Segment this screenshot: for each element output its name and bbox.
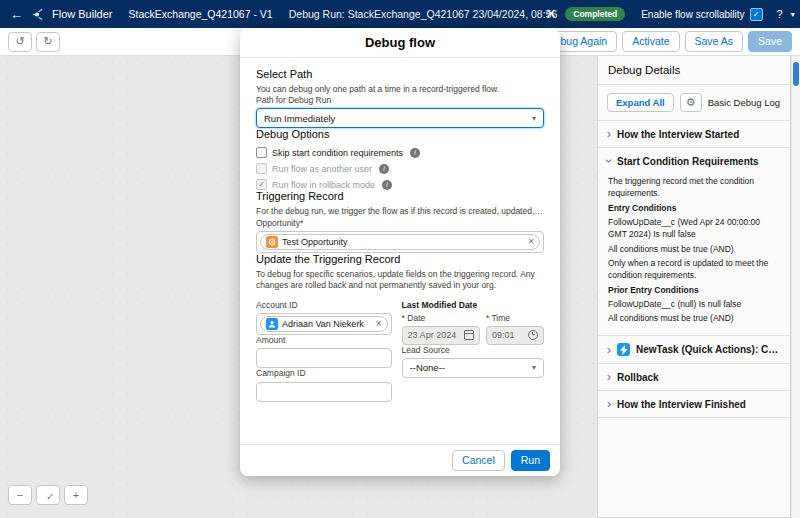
- time-label: * Time: [486, 313, 544, 323]
- plus-icon: +: [73, 489, 79, 501]
- section-how-interview-started[interactable]: › How the Interview Started: [598, 120, 790, 147]
- modal-body: Select Path You can debug only one path …: [240, 58, 560, 444]
- update-record-description: To debug for specific scenarios, update …: [256, 269, 544, 292]
- debug-panel-controls: Expand All ⚙ Basic Debug Log: [598, 85, 790, 120]
- debug-log-type-label: Basic Debug Log: [708, 97, 780, 108]
- account-lookup[interactable]: Adriaan Van Niekerk ×: [256, 313, 392, 335]
- update-right-column: Last Modified Date * Date 23 Apr 2024 * …: [402, 300, 544, 402]
- update-left-column: Account ID Adriaan Van Niekerk × Amount …: [256, 300, 392, 402]
- opportunity-pill: Test Opportunity ×: [260, 234, 540, 250]
- time-value: 09:01: [492, 330, 515, 340]
- checkbox-label: Run flow in rollback mode: [272, 180, 375, 190]
- skip-start-condition-checkbox[interactable]: [256, 147, 267, 158]
- amount-input[interactable]: [256, 348, 392, 368]
- prior-entry-conditions-heading: Prior Entry Conditions: [608, 284, 780, 296]
- undo-icon: ↺: [15, 35, 24, 48]
- calendar-icon: [464, 330, 474, 340]
- date-value: 23 Apr 2024: [408, 330, 457, 340]
- zoom-out-button[interactable]: −: [8, 485, 32, 505]
- run-as-another-user-option[interactable]: Run flow as another user i: [256, 163, 544, 174]
- info-icon[interactable]: i: [410, 148, 420, 158]
- status-badge: Completed: [565, 7, 625, 21]
- scrollability-checkbox[interactable]: ✓: [750, 8, 763, 21]
- opportunity-icon: [266, 236, 278, 248]
- info-icon[interactable]: i: [382, 180, 392, 190]
- flow-builder-icon: [31, 8, 44, 21]
- panel-scrollbar-track[interactable]: [791, 56, 800, 518]
- chevron-down-icon: ▾: [532, 114, 536, 123]
- rollback-mode-option[interactable]: ✓ Run flow in rollback mode i: [256, 179, 544, 190]
- modal-close-button[interactable]: ×: [542, 3, 560, 24]
- section-how-interview-finished[interactable]: › How the Interview Finished: [598, 390, 790, 418]
- enable-flow-scrollability-label: Enable flow scrollability: [641, 9, 744, 20]
- section-label: How the Interview Started: [617, 129, 739, 140]
- account-id-label: Account ID: [256, 300, 392, 310]
- start-condition-details: The triggering record met the condition …: [598, 174, 790, 335]
- enable-flow-scrollability-toggle[interactable]: Enable flow scrollability ✓: [641, 8, 762, 21]
- time-field: * Time 09:01: [486, 313, 544, 345]
- zoom-in-button[interactable]: +: [64, 485, 88, 505]
- debug-log-settings-button[interactable]: ⚙: [680, 93, 702, 112]
- redo-icon: ↻: [43, 35, 52, 48]
- campaign-id-input[interactable]: [256, 382, 392, 402]
- chevron-right-icon: ›: [607, 398, 611, 410]
- save-button[interactable]: Save: [748, 31, 792, 52]
- run-as-another-user-checkbox[interactable]: [256, 163, 267, 174]
- lead-source-select[interactable]: --None-- ▾: [402, 358, 544, 378]
- close-icon: ×: [546, 4, 556, 23]
- cancel-button[interactable]: Cancel: [452, 450, 505, 471]
- section-start-condition-requirements[interactable]: › Start Condition Requirements: [598, 147, 790, 174]
- account-pill: Adriaan Van Niekerk ×: [260, 316, 388, 332]
- chevron-right-icon: ›: [607, 344, 611, 356]
- entry-logic-line: All conditions must be true (AND): [608, 243, 780, 255]
- run-button[interactable]: Run: [511, 450, 550, 471]
- expand-all-button[interactable]: Expand All: [607, 93, 674, 112]
- checkbox-label: Run flow as another user: [272, 164, 372, 174]
- zoom-controls: − ↔ +: [8, 485, 88, 505]
- undo-button[interactable]: ↺: [8, 32, 32, 52]
- entry-note-line: Only when a record is updated to meet th…: [608, 257, 780, 282]
- account-pill-label: Adriaan Van Niekerk: [282, 319, 372, 329]
- rollback-mode-checkbox[interactable]: ✓: [256, 179, 267, 190]
- top-header: ← Flow Builder StackExchange_Q421067 - V…: [0, 0, 800, 28]
- debug-details-title: Debug Details: [598, 56, 790, 85]
- path-for-debug-run-label: Path for Debug Run: [256, 95, 544, 105]
- back-button[interactable]: ←: [10, 8, 23, 21]
- last-modified-date-label: Last Modified Date: [402, 300, 544, 310]
- check-icon: ✓: [258, 180, 265, 189]
- modal-header: Debug flow: [240, 28, 560, 58]
- prior-logic-line: All conditions must be true (AND): [608, 312, 780, 324]
- section-label: How the Interview Finished: [617, 399, 746, 410]
- path-for-debug-run-select[interactable]: Run Immediately ▾: [256, 108, 544, 128]
- update-fields-grid: Account ID Adriaan Van Niekerk × Amount …: [256, 300, 544, 402]
- opportunity-lookup[interactable]: Test Opportunity ×: [256, 231, 544, 253]
- triggering-record-heading: Triggering Record: [256, 190, 544, 202]
- fit-view-button[interactable]: ↔: [36, 485, 60, 505]
- select-path-heading: Select Path: [256, 68, 544, 80]
- entry-condition-line: FollowUpDate__c (Wed Apr 24 00:00:00 GMT…: [608, 216, 780, 241]
- chevron-right-icon: ›: [607, 128, 611, 140]
- entry-conditions-heading: Entry Conditions: [608, 202, 780, 214]
- date-time-group: * Date 23 Apr 2024 * Time 09:01: [402, 313, 544, 345]
- section-newtask[interactable]: › NewTask (Quick Actions): Create New ..…: [598, 335, 790, 363]
- section-rollback[interactable]: › Rollback: [598, 363, 790, 390]
- flow-tab[interactable]: StackExchange_Q421067 - V1: [129, 8, 273, 20]
- info-icon[interactable]: i: [379, 164, 389, 174]
- help-button[interactable]: ?: [777, 8, 783, 20]
- redo-button[interactable]: ↻: [36, 32, 60, 52]
- select-path-description: You can debug only one path at a time in…: [256, 84, 544, 95]
- activate-button[interactable]: Activate: [622, 31, 679, 52]
- save-as-button[interactable]: Save As: [685, 31, 744, 52]
- chevron-down-icon: ›: [603, 159, 615, 163]
- clock-icon: [528, 330, 538, 340]
- debug-options-heading: Debug Options: [256, 128, 544, 140]
- date-field: * Date 23 Apr 2024: [402, 313, 480, 345]
- campaign-id-label: Campaign ID: [256, 368, 392, 378]
- remove-opportunity-icon[interactable]: ×: [528, 236, 534, 247]
- remove-account-icon[interactable]: ×: [376, 318, 382, 329]
- skip-start-condition-option[interactable]: Skip start condition requirements i: [256, 147, 544, 158]
- section-label: Start Condition Requirements: [617, 156, 759, 167]
- panel-scrollbar-thumb[interactable]: [793, 62, 799, 86]
- chevron-down-icon[interactable]: ▾: [791, 10, 795, 19]
- quick-action-icon: [617, 343, 630, 356]
